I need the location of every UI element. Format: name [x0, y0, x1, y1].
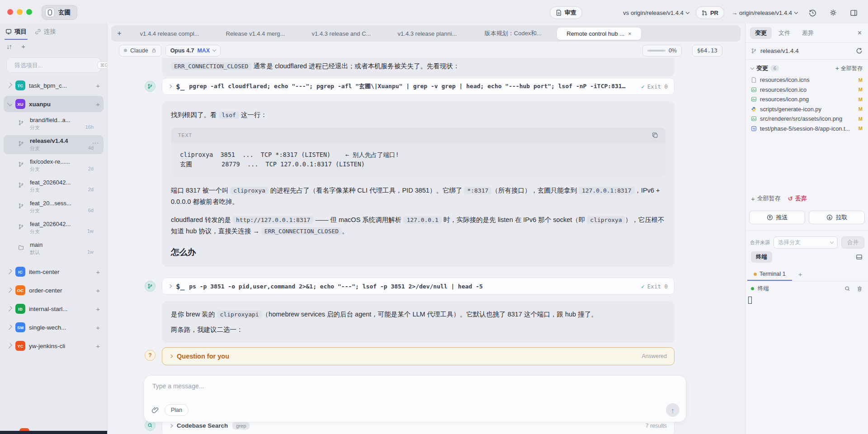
- session-tab[interactable]: v1.4.3 release planni...: [385, 28, 469, 40]
- question-title: Question for you: [177, 353, 229, 360]
- changed-file-row[interactable]: scripts/generate-icon.py M: [745, 104, 868, 114]
- discard-button[interactable]: ↺丢弃: [788, 194, 807, 203]
- push-target-dropdown[interactable]: → origin/release/v1.4.4: [728, 9, 801, 16]
- stage-all-button[interactable]: +全部暂存: [751, 194, 781, 203]
- chat-scroll-area[interactable]: ERR_CONNECTION_CLOSED 通常是 cloudflared 进程…: [108, 58, 745, 434]
- refresh-button[interactable]: [856, 47, 863, 54]
- chevron-down-icon: [212, 48, 216, 52]
- sidebar-item-project[interactable]: IB internal-starl... +: [4, 301, 104, 317]
- panel-right-icon: [850, 9, 858, 17]
- add-session-button[interactable]: +: [96, 100, 100, 108]
- attach-file-button[interactable]: [151, 406, 159, 414]
- merge-branch-select[interactable]: 选择分支: [774, 236, 838, 249]
- terminal-tab[interactable]: Terminal 1: [747, 268, 792, 281]
- panel-tab-files[interactable]: 文件: [774, 27, 795, 39]
- provider-pill[interactable]: Claude: [119, 45, 161, 57]
- session-tab[interactable]: 版本规划：Codex和...: [471, 27, 555, 40]
- add-session-button[interactable]: +: [96, 324, 100, 331]
- project-filter-input[interactable]: [14, 62, 94, 69]
- sidebar-tab-projects[interactable]: 项目: [5, 24, 27, 40]
- plan-mode-button[interactable]: Plan: [165, 404, 189, 416]
- add-session-button[interactable]: +: [96, 342, 100, 350]
- add-project-button[interactable]: +: [21, 42, 25, 50]
- pr-button[interactable]: PR: [696, 6, 724, 19]
- git-branch-icon: [18, 224, 24, 230]
- sidebar-item-branch[interactable]: feat_2026042... 分支2d: [4, 177, 104, 196]
- model-selector[interactable]: Opus 4.7 MAX: [165, 45, 221, 57]
- compare-branch-label: vs origin/release/v1.4.4: [623, 9, 684, 16]
- stage-all-button[interactable]: +全部暂存: [835, 65, 863, 72]
- sidebar-item-project[interactable]: SM single-wech... +: [4, 319, 104, 335]
- sort-projects-button[interactable]: ↓↑: [6, 42, 11, 50]
- session-tab-active[interactable]: Remote control hub ... ×: [557, 28, 641, 40]
- terminal-section-tab[interactable]: 终端: [751, 251, 772, 263]
- minimize-window-button[interactable]: [17, 9, 23, 15]
- codebase-search-title: Codebase Search: [177, 422, 228, 429]
- panel-tab-diff[interactable]: 差异: [797, 27, 819, 39]
- add-session-button[interactable]: +: [96, 305, 100, 313]
- zoom-window-button[interactable]: [26, 9, 32, 15]
- changed-file-row[interactable]: resources/icon.icns M: [745, 75, 868, 85]
- send-button[interactable]: ↑: [666, 403, 679, 417]
- check-icon: ✓: [641, 283, 645, 290]
- app-title-pill[interactable]: 玄圃: [42, 5, 77, 20]
- terminal-search-button[interactable]: [844, 286, 850, 292]
- changed-file-row[interactable]: TS test/phase-5/session-8/app-icon.t... …: [745, 124, 868, 134]
- question-for-you-block[interactable]: Question for you Answered: [162, 347, 675, 365]
- changed-file-row[interactable]: resources/icon.png M: [745, 94, 868, 104]
- merge-button[interactable]: 合并: [841, 236, 864, 249]
- sidebar-tab-connections[interactable]: 连接: [35, 24, 56, 40]
- agent-step-icon: [145, 81, 156, 92]
- sidebar-item-branch[interactable]: fix/codex-re...... 分支2d: [4, 156, 104, 175]
- sidebar-item-branch[interactable]: feat_20...sess... 分支6d: [4, 198, 104, 217]
- compare-branch-dropdown[interactable]: vs origin/release/v1.4.4: [619, 9, 693, 16]
- changed-file-row[interactable]: resources/icon.ico M: [745, 85, 868, 95]
- expand-chevron-icon[interactable]: [168, 85, 172, 88]
- sidebar-item-project[interactable]: OC order-center +: [4, 282, 104, 298]
- sidebar-item-project[interactable]: IC item-center +: [4, 264, 104, 280]
- new-terminal-button[interactable]: +: [792, 270, 809, 281]
- projects-icon: [5, 28, 12, 35]
- sidebar-item-branch-main[interactable]: main 默认1w: [4, 239, 104, 258]
- prompt-symbol: $_: [176, 282, 184, 291]
- add-session-button[interactable]: +: [96, 82, 100, 90]
- push-button[interactable]: 推送: [749, 211, 805, 224]
- close-panel-button[interactable]: ×: [856, 29, 863, 37]
- sidebar-item-branch[interactable]: brand/field...a... 分支16h: [4, 114, 104, 133]
- session-tab[interactable]: v1.4.3 release and C...: [299, 28, 383, 40]
- terminal-delete-button[interactable]: [857, 286, 863, 292]
- sidebar-item-branch[interactable]: feat_2026042... 分支1w: [4, 218, 104, 237]
- session-tab[interactable]: v1.4.4 release compl...: [127, 28, 212, 40]
- expand-chevron-icon[interactable]: [169, 424, 173, 427]
- chevron-down-icon[interactable]: [750, 66, 754, 69]
- inline-code: cliproxya: [587, 216, 625, 224]
- expand-chevron-icon[interactable]: [169, 354, 173, 358]
- add-session-button[interactable]: +: [96, 268, 100, 276]
- sidebar-item-project[interactable]: YC yw-jenkins-cli +: [4, 338, 104, 354]
- message-input[interactable]: [152, 382, 678, 390]
- question-status-badge: Answered: [642, 353, 667, 359]
- terminal-layout-button[interactable]: [856, 254, 863, 260]
- new-tab-button[interactable]: +: [113, 29, 126, 38]
- close-tab-icon[interactable]: ×: [628, 30, 632, 37]
- sidebar-item-project[interactable]: XU xuanpu +: [4, 96, 104, 112]
- panel-tab-changes[interactable]: 变更: [750, 27, 772, 39]
- sidebar-item-branch-selected[interactable]: release/v1.4.4 分支4d ···: [4, 135, 104, 154]
- copy-icon[interactable]: [652, 132, 658, 138]
- sidebar-item-project[interactable]: TC task_bpm_c... +: [4, 77, 104, 94]
- history-button[interactable]: [805, 9, 821, 17]
- message-paragraph: 找到根因了。看 lsof 这一行：: [171, 109, 665, 121]
- toggle-right-panel-button[interactable]: [846, 9, 862, 17]
- add-session-button[interactable]: +: [96, 287, 100, 294]
- session-tab[interactable]: Release v1.4.4 merg...: [213, 28, 297, 40]
- terminal-command-block[interactable]: $_ pgrep -afl cloudflared; echo "---"; p…: [162, 78, 675, 95]
- review-button[interactable]: 审查: [550, 6, 582, 19]
- branch-more-button[interactable]: ···: [92, 140, 99, 146]
- pull-button[interactable]: 拉取: [809, 211, 865, 224]
- app-icon: [45, 8, 55, 17]
- expand-chevron-icon[interactable]: [168, 284, 172, 288]
- changed-file-row[interactable]: src/renderer/src/assets/icon.png M: [745, 114, 868, 124]
- terminal-command-block[interactable]: $_ ps -p 3851 -o pid,user,command 2>&1; …: [162, 278, 675, 295]
- close-window-button[interactable]: [7, 9, 13, 15]
- settings-button[interactable]: [825, 9, 841, 17]
